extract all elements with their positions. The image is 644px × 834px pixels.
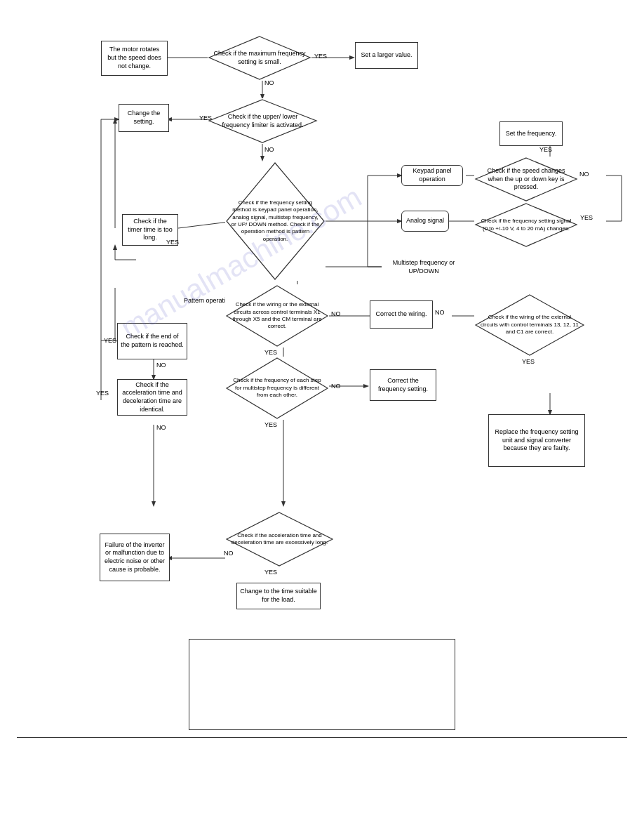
check-freq-step-diamond: Check if the frequency of each step for … — [225, 357, 329, 420]
page-rule — [17, 737, 627, 738]
label-yes-accel-identical: YES — [96, 390, 109, 397]
label-yes-freq-signal: YES — [580, 214, 593, 221]
check-freq-method-diamond: Check if the frequency setting method is… — [225, 161, 326, 281]
label-no-wiring: NO — [331, 310, 341, 317]
bottom-box — [189, 639, 455, 730]
set-larger-value-box: Set a larger value. — [355, 42, 418, 69]
label-no-accel-identical: NO — [156, 424, 166, 431]
label-no-correct-wiring: NO — [435, 309, 445, 316]
failure-inverter-box: Failure of the inverter or malfunction d… — [100, 534, 170, 581]
replace-freq-box: Replace the frequency setting unit and s… — [488, 414, 585, 467]
check-wiring-diamond: Check if the wiring or the external circ… — [225, 284, 329, 348]
label-yes-wiring: YES — [264, 349, 277, 356]
correct-freq-setting-box: Correct the frequency setting. — [370, 369, 436, 401]
check-speed-diamond: Check if the speed changes when the up o… — [474, 157, 578, 202]
multistep-freq-box: Multistep frequency or UP/DOWN — [382, 257, 466, 278]
change-setting-box: Change the setting. — [119, 104, 169, 132]
set-frequency-box: Set the frequency. — [499, 121, 563, 146]
label-yes-speed: YES — [539, 146, 552, 153]
check-end-pattern-box: Check if the end of the pattern is reach… — [117, 323, 187, 359]
label-yes-accel-long: YES — [264, 569, 277, 576]
label-yes-wiring-ext: YES — [522, 358, 535, 365]
motor-rotates-box: The motor rotates but the speed does not… — [101, 41, 168, 76]
check-freq-signal-diamond: Check if the frequency setting signal (0… — [474, 202, 578, 248]
check-accel-identical-box: Check if the acceleration time and decel… — [117, 379, 187, 416]
check-accel-long-diamond: Check if the acceleration time and decel… — [225, 511, 334, 567]
check-max-freq-diamond: Check if the maximum frequency setting i… — [208, 35, 311, 81]
label-yes-end-pattern: YES — [104, 337, 116, 344]
change-time-box: Change to the time suitable for the load… — [236, 583, 321, 609]
label-no-speed: NO — [579, 171, 589, 178]
label-no-accel-long: NO — [224, 550, 234, 557]
correct-wiring-box: Correct the wiring. — [370, 300, 433, 329]
label-no-upper-lower: NO — [264, 146, 274, 153]
label-no-end-pattern: NO — [156, 362, 166, 369]
page: manualmachine.com — [0, 0, 644, 834]
check-wiring-ext-diamond: Check if the wiring of the external circ… — [474, 293, 585, 357]
check-upper-lower-diamond: Check if the upper/ lower frequency limi… — [208, 98, 318, 144]
label-yes-timer: YES — [166, 239, 179, 246]
flowchart-area: The motor rotates but the speed does not… — [17, 21, 627, 632]
keypad-panel-box: Keypad panel operation — [401, 165, 463, 186]
label-no-freq-step: NO — [331, 383, 341, 390]
label-yes-freq-step: YES — [264, 421, 277, 428]
label-yes-max-freq: YES — [314, 53, 327, 60]
analog-signal-box: Analog signal — [401, 211, 449, 232]
label-no-max-freq: NO — [264, 79, 274, 86]
